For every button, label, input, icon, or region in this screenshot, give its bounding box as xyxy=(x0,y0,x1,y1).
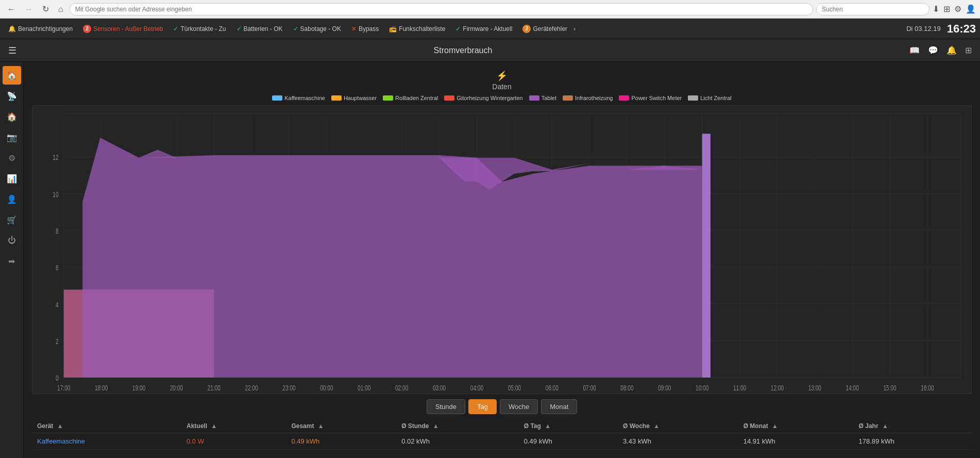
svg-text:6: 6 xyxy=(56,263,59,272)
svg-marker-43 xyxy=(702,134,711,378)
stunde-value: 0.02 kWh xyxy=(396,433,519,450)
bolt-container: ⚡ Daten xyxy=(32,70,972,91)
home-button[interactable]: ⌂ xyxy=(55,3,66,16)
geratefehler-label: Gerätefehler xyxy=(533,25,567,32)
extensions-icon[interactable]: ⚙ xyxy=(954,4,961,14)
legend-color xyxy=(688,95,698,101)
aktuell-value: 0.0 W xyxy=(181,433,286,450)
funkschalter-item[interactable]: 📻 Funkschalterliste xyxy=(385,23,449,35)
monat-button[interactable]: Monat xyxy=(541,399,577,414)
book-icon[interactable]: 📖 xyxy=(909,45,920,55)
col-aktuell[interactable]: Aktuell ▲ xyxy=(181,419,286,433)
col-stunde[interactable]: Ø Stunde ▲ xyxy=(396,419,519,433)
col-jahr[interactable]: Ø Jahr ▲ xyxy=(854,419,972,433)
svg-text:14:00: 14:00 xyxy=(846,383,859,392)
data-table-container: Gerät ▲ Aktuell ▲ Gesamt ▲ Ø Stunde ▲ Ø … xyxy=(32,419,972,450)
forward-button[interactable]: → xyxy=(22,3,36,16)
svg-text:01:00: 01:00 xyxy=(358,383,370,392)
door-label: Türkontakte - Zu xyxy=(180,25,226,32)
bell-icon: 🔔 xyxy=(8,25,16,32)
bypass-item[interactable]: ✕ Bypass xyxy=(347,23,383,35)
sidebar-item-stats[interactable]: 📊 xyxy=(3,169,21,188)
sidebar-item-logout[interactable]: ➡ xyxy=(3,252,21,270)
firmware-item[interactable]: ✓ Firmware - Aktuell xyxy=(451,23,516,35)
col-woche[interactable]: Ø Woche ▲ xyxy=(618,419,738,433)
legend-color xyxy=(563,95,573,101)
main-content: ⚡ Daten KaffeemaschineHauptwasserRolllad… xyxy=(24,62,980,458)
svg-marker-42 xyxy=(82,138,702,378)
sidebar-item-cam[interactable]: 📷 xyxy=(3,128,21,146)
woche-button[interactable]: Woche xyxy=(500,399,538,414)
grid-apps-icon[interactable]: ⊞ xyxy=(965,45,972,55)
col-monat[interactable]: Ø Monat ▲ xyxy=(738,419,854,433)
notifications-item[interactable]: 🔔 Benachrichtigungen xyxy=(4,23,77,35)
chart-legend: KaffeemaschineHauptwasserRollladen Zentr… xyxy=(32,95,972,101)
legend-label: Hauptwasser xyxy=(344,95,377,101)
legend-color xyxy=(444,95,454,101)
legend-label: Infrarotheizung xyxy=(575,95,613,101)
profile-icon[interactable]: 👤 xyxy=(966,4,976,14)
sensors-badge: 2 xyxy=(83,25,91,33)
grid-icon[interactable]: ⊞ xyxy=(943,4,950,14)
download-icon[interactable]: ⬇ xyxy=(933,4,939,14)
browser-actions: ⬇ ⊞ ⚙ 👤 xyxy=(933,4,976,14)
svg-text:15:00: 15:00 xyxy=(883,383,896,392)
chat-icon[interactable]: 💬 xyxy=(928,45,938,55)
device-name-kaffee[interactable]: Kaffeemaschine xyxy=(37,437,85,445)
battery-item[interactable]: ✓ Batterien - OK xyxy=(232,23,287,35)
svg-text:02:00: 02:00 xyxy=(395,383,408,392)
svg-text:12: 12 xyxy=(53,153,58,162)
more-items-icon[interactable]: › xyxy=(573,25,576,32)
sensors-item[interactable]: 2 Sensoren - Außer Betrieb xyxy=(79,23,167,35)
legend-label: Rollladen Zentral xyxy=(395,95,438,101)
svg-text:22:00: 22:00 xyxy=(245,383,258,392)
battery-label: Batterien - OK xyxy=(244,25,283,32)
tag-button[interactable]: Tag xyxy=(468,399,497,414)
sidebar-item-device[interactable]: 🏠 xyxy=(3,107,21,126)
hamburger-icon[interactable]: ☰ xyxy=(8,45,16,56)
datetime-display: Di 03.12.19 16:23 xyxy=(906,22,976,36)
svg-text:19:00: 19:00 xyxy=(132,383,145,392)
col-geraet[interactable]: Gerät ▲ xyxy=(32,419,181,433)
reload-button[interactable]: ↻ xyxy=(39,2,52,16)
sabotage-item[interactable]: ✓ Sabotage - OK xyxy=(289,23,345,35)
svg-text:4: 4 xyxy=(56,300,59,309)
legend-color xyxy=(529,95,539,101)
sidebar-item-home[interactable]: 🏠 xyxy=(3,66,21,85)
stunde-button[interactable]: Stunde xyxy=(427,399,465,414)
svg-text:03:00: 03:00 xyxy=(433,383,446,392)
sidebar-item-sensor[interactable]: 📡 xyxy=(3,87,21,105)
browser-chrome: ← → ↻ ⌂ ⬇ ⊞ ⚙ 👤 xyxy=(0,0,980,19)
col-gesamt[interactable]: Gesamt ▲ xyxy=(286,419,396,433)
search-bar[interactable] xyxy=(816,3,930,15)
legend-item: Gitorheizung Wintergarten xyxy=(444,95,522,101)
legend-color xyxy=(331,95,342,101)
sidebar-item-users[interactable]: 👤 xyxy=(3,190,21,208)
sabotage-label: Sabotage - OK xyxy=(300,25,341,32)
header-icons: 📖 💬 🔔 ⊞ xyxy=(909,45,972,55)
legend-item: Kaffeemaschine xyxy=(272,95,325,101)
col-tag[interactable]: Ø Tag ▲ xyxy=(519,419,618,433)
data-table: Gerät ▲ Aktuell ▲ Gesamt ▲ Ø Stunde ▲ Ø … xyxy=(32,419,972,450)
geratefehler-item[interactable]: 2 Gerätefehler xyxy=(518,23,571,35)
top-status-bar: 🔔 Benachrichtigungen 2 Sensoren - Außer … xyxy=(0,19,980,39)
back-button[interactable]: ← xyxy=(4,3,19,16)
legend-item: Licht Zentral xyxy=(688,95,732,101)
firmware-check-icon: ✓ xyxy=(455,25,461,32)
jahr-value: 178.89 kWh xyxy=(854,433,972,450)
sidebar-item-settings[interactable]: ⚙ xyxy=(3,149,21,167)
svg-text:8: 8 xyxy=(56,226,59,236)
sabotage-check-icon: ✓ xyxy=(293,25,298,32)
legend-item: Tablet xyxy=(529,95,556,101)
svg-text:23:00: 23:00 xyxy=(282,383,295,392)
door-item[interactable]: ✓ Türkontakte - Zu xyxy=(169,23,230,35)
svg-text:13:00: 13:00 xyxy=(808,383,821,392)
sidebar-item-power[interactable]: ⏻ xyxy=(3,231,21,250)
legend-label: Gitorheizung Wintergarten xyxy=(457,95,522,101)
app-title: Stromverbrauch xyxy=(16,46,909,55)
legend-item: Rollladen Zentral xyxy=(383,95,438,101)
svg-text:16:00: 16:00 xyxy=(921,383,934,392)
sidebar-item-shop[interactable]: 🛒 xyxy=(3,210,21,229)
address-bar[interactable] xyxy=(70,3,813,15)
notification-icon[interactable]: 🔔 xyxy=(947,45,957,55)
